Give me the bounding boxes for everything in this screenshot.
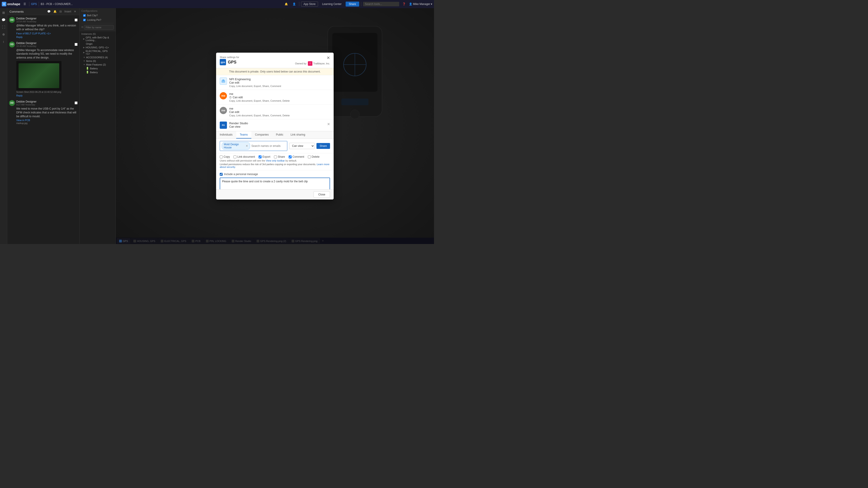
- nav-icon-5[interactable]: ↕: [0, 38, 7, 45]
- appstore-button[interactable]: App Store: [301, 2, 318, 6]
- instance-item-mate-features[interactable]: ▼ Mate Features (2): [80, 63, 116, 66]
- delete-label: Delete: [312, 155, 320, 158]
- user-menu[interactable]: 👤 Mike Manager ▾: [409, 2, 432, 6]
- nav-icon-4[interactable]: ⊕: [0, 31, 7, 37]
- close-comments-icon[interactable]: ✕: [73, 9, 77, 13]
- chevron-icon: ▶: [83, 46, 85, 48]
- nav-icon-3[interactable]: ⛶: [0, 24, 7, 30]
- share-info-me-1: me 🗋 Can edit Copy, Link document, Expor…: [229, 92, 330, 102]
- share-name: Render Studio: [229, 122, 325, 125]
- locking-pin-checkbox[interactable]: [83, 19, 86, 21]
- learning-center-button[interactable]: Learning Center: [320, 2, 344, 6]
- avatar-me-1: me: [220, 92, 227, 99]
- instance-item-battery-1[interactable]: 🔋 Battery: [80, 66, 116, 70]
- breadcrumb-consumer[interactable]: CONSUMER...: [55, 2, 73, 6]
- tab-link-sharing[interactable]: Link sharing: [287, 131, 309, 138]
- perm-comment[interactable]: Comment: [289, 155, 304, 158]
- instance-item-gps[interactable]: ▶ GPS, with Belt Clip & Locking...: [80, 36, 116, 42]
- author-name: Debbie Designer: [16, 41, 36, 45]
- filter-icon[interactable]: ⊟: [59, 9, 63, 13]
- bell-icon[interactable]: 🔔: [283, 2, 289, 6]
- nav-icon-1[interactable]: ⊞: [0, 9, 7, 16]
- chat-icon[interactable]: 💬: [46, 9, 52, 13]
- belt-clip-checkbox[interactable]: [83, 14, 86, 17]
- share-button[interactable]: Share: [346, 2, 359, 6]
- viewport[interactable]: Share settings for gps GPS ✕ Owned by: T…: [116, 8, 434, 244]
- instance-item-electrical[interactable]: ▶ ELECTRICAL, GPS <1>: [80, 49, 116, 56]
- doc-icon: gps: [220, 59, 226, 65]
- reply-button[interactable]: Reply: [16, 36, 78, 38]
- battery-icon: 🔋: [86, 71, 89, 74]
- comment-image: [16, 61, 61, 90]
- instance-item-accessories[interactable]: ▼ ACCESSORIES (4): [80, 56, 116, 59]
- share-input-wrapper[interactable]: Mold Design House ✕: [220, 141, 287, 151]
- profile-icon[interactable]: 👤: [291, 2, 297, 6]
- share-name: me: [229, 92, 330, 96]
- owned-prefix: Owned by:: [295, 62, 307, 65]
- modal-footer: Close: [216, 189, 334, 199]
- tab-teams[interactable]: Teams: [236, 131, 251, 138]
- reply-button[interactable]: Reply: [16, 94, 78, 97]
- comment-link[interactable]: View in PCB: [16, 119, 78, 122]
- perm-export[interactable]: Export: [258, 155, 270, 158]
- modal-subtitle: Share settings for: [220, 56, 239, 59]
- learn-more-link[interactable]: Learn more about security.: [220, 163, 329, 168]
- help-icon[interactable]: ❓: [401, 2, 407, 6]
- instance-item-battery-2[interactable]: 🔋 Battery: [80, 70, 116, 74]
- tab-individuals[interactable]: Individuals: [216, 131, 236, 138]
- comment-link[interactable]: Face of BELT CLIP PLATE <1>: [16, 32, 78, 35]
- comment-text: @Mike Manager To accommodate new wireles…: [16, 48, 78, 60]
- instance-item-housing[interactable]: ▶ HOUSING, GPS <1>: [80, 46, 116, 49]
- breadcrumb-b3[interactable]: B3 - PCB: [41, 2, 52, 6]
- instance-item-items[interactable]: ▼ Items (0): [80, 59, 116, 63]
- battery-icon: 🔋: [86, 67, 89, 70]
- share-tabs: Individuals Teams Companies Public Link …: [216, 131, 334, 139]
- close-button[interactable]: Close: [313, 191, 330, 198]
- modal-close-button[interactable]: ✕: [327, 56, 330, 60]
- share-action-button[interactable]: Share: [316, 143, 330, 149]
- comment-checkbox[interactable]: [74, 43, 78, 46]
- insert-label[interactable]: Insert: [64, 9, 72, 13]
- search-input[interactable]: [363, 2, 399, 6]
- copy-checkbox[interactable]: [220, 156, 223, 158]
- comments-icon[interactable]: 💬: [0, 17, 7, 23]
- perm-text: Can edit: [232, 96, 243, 99]
- delete-checkbox[interactable]: [308, 156, 311, 158]
- app-logo[interactable]: O onshape: [2, 2, 20, 6]
- share-tag-remove[interactable]: ✕: [246, 144, 248, 148]
- perm-copy[interactable]: Copy: [220, 155, 230, 158]
- remove-share-button[interactable]: ✕: [327, 122, 330, 126]
- share-search-input[interactable]: [251, 144, 285, 148]
- share-checkbox[interactable]: [274, 156, 277, 158]
- config-item-belt: Belt Clip?: [81, 13, 114, 18]
- image-filename: Screen Shot 2022-06-29 at 10.40.52 AM.pn…: [16, 91, 78, 93]
- permission-select[interactable]: Can view Can edit Can comment: [289, 143, 315, 149]
- instance-item-origin[interactable]: Origin: [80, 42, 116, 46]
- tab-public[interactable]: Public: [272, 131, 287, 138]
- author-info: Debbie Designer 10:54 AM Yesterday: [16, 17, 36, 23]
- personal-message-checkbox[interactable]: [220, 173, 223, 176]
- topbar-divider-4: [361, 2, 361, 6]
- modal-header: Share settings for gps GPS ✕ Owned by: T…: [216, 53, 334, 68]
- tab-companies[interactable]: Companies: [251, 131, 272, 138]
- instances-count: Instances (6): [81, 33, 96, 35]
- comment-checkbox[interactable]: [74, 19, 78, 22]
- comment-checkbox[interactable]: [74, 101, 78, 104]
- personal-message-textarea[interactable]: Please quote the time and cost to create…: [220, 177, 330, 189]
- link-document-checkbox[interactable]: [234, 156, 237, 158]
- comment-author-row: DD Debbie Designer 10:40 AM Yesterday: [9, 41, 78, 47]
- breadcrumb-sep: ›: [53, 2, 54, 6]
- personal-message-check[interactable]: Include a personal message: [220, 173, 330, 176]
- perm-link-document[interactable]: Link document: [234, 155, 255, 158]
- hamburger-menu-button[interactable]: ☰: [22, 2, 27, 6]
- comment-label: Comment: [292, 155, 304, 158]
- view-only-toolbar-link[interactable]: View only toolbar: [266, 159, 285, 162]
- filter-input[interactable]: [84, 25, 114, 30]
- comment-checkbox[interactable]: [289, 156, 291, 158]
- perm-share[interactable]: Share: [274, 155, 285, 158]
- perm-delete[interactable]: Delete: [308, 155, 320, 158]
- share-name: NPI Engineering: [229, 77, 330, 81]
- export-checkbox[interactable]: [258, 156, 261, 158]
- share-row-render: RS Render Studio Can view ✕: [216, 119, 334, 131]
- bell-icon-comments[interactable]: 🔔: [53, 9, 58, 13]
